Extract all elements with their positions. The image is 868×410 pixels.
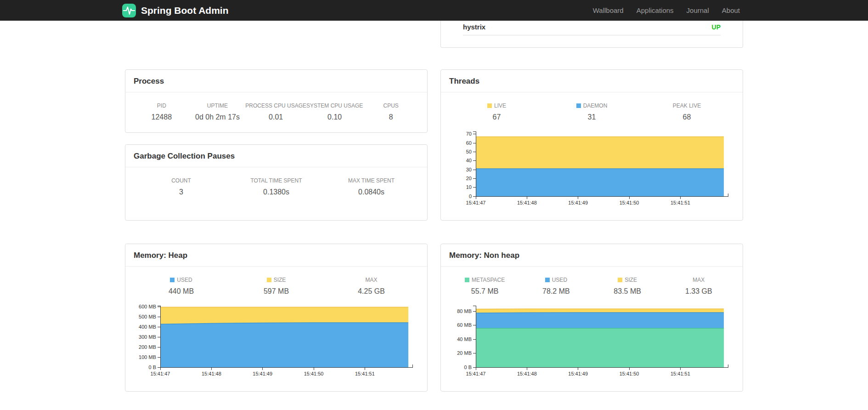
application-name[interactable]: hystrix	[463, 23, 485, 31]
svg-text:15:41:51: 15:41:51	[355, 371, 375, 376]
svg-text:40 MB: 40 MB	[457, 336, 472, 342]
memory-nonheap-card: Memory: Non heap METASPACE 55.7 MB	[440, 244, 743, 392]
memory-nonheap-legend: METASPACE 55.7 MB USED 78.2 MB	[449, 274, 734, 297]
svg-text:15:41:51: 15:41:51	[671, 200, 690, 205]
legend-item-nonheap-used: USED 78.2 MB	[520, 277, 592, 296]
metric-process-cpu-usage: PROCESS CPU USAGE 0.01	[245, 102, 306, 121]
svg-text:15:41:48: 15:41:48	[202, 371, 221, 376]
metric-gc-count: COUNT 3	[134, 177, 229, 196]
metric-cpus: CPUS 8	[363, 102, 419, 121]
svg-text:15:41:49: 15:41:49	[568, 200, 588, 205]
threads-legend: LIVE 67 DAEMON 31 PEAK LIVE	[449, 100, 734, 123]
legend-swatch-daemon	[576, 103, 581, 108]
legend-swatch-nonheap-size	[618, 278, 622, 282]
status-badge: UP	[712, 23, 721, 31]
svg-text:20: 20	[466, 176, 472, 181]
svg-text:600 MB: 600 MB	[139, 304, 156, 309]
memory-nonheap-chart: 0 B20 MB40 MB60 MB80 MB15:41:4715:41:481…	[449, 303, 734, 382]
svg-text:15:41:50: 15:41:50	[620, 200, 639, 205]
svg-text:15:41:49: 15:41:49	[253, 371, 272, 376]
svg-text:500 MB: 500 MB	[139, 314, 156, 319]
legend-item-heap-max: MAX 4.25 GB	[324, 277, 419, 296]
legend-item-peak-live: PEAK LIVE 68	[639, 102, 734, 121]
memory-heap-legend: USED 440 MB SIZE 597 MB MAX	[134, 274, 419, 297]
svg-text:30: 30	[466, 167, 472, 172]
gc-pauses-card-title: Garbage Collection Pauses	[125, 145, 427, 167]
legend-item-daemon: DAEMON 31	[544, 102, 639, 121]
svg-text:400 MB: 400 MB	[139, 324, 156, 330]
svg-text:10: 10	[466, 184, 472, 190]
threads-chart: 01020304050607015:41:4715:41:4815:41:491…	[449, 129, 734, 211]
process-card-title: Process	[125, 70, 427, 92]
legend-item-heap-size: SIZE 597 MB	[229, 277, 324, 296]
navbar: Spring Boot Admin Wallboard Applications…	[0, 0, 868, 21]
svg-text:15:41:47: 15:41:47	[151, 371, 170, 376]
nav-item-about[interactable]: About	[716, 0, 746, 21]
nav-item-journal[interactable]: Journal	[680, 0, 716, 21]
legend-item-heap-used: USED 440 MB	[134, 277, 229, 296]
threads-card-title: Threads	[441, 70, 743, 92]
metric-gc-max-time: MAX TIME SPENT 0.0840s	[324, 177, 419, 196]
gc-metrics: COUNT 3 TOTAL TIME SPENT 0.1380s MAX TIM…	[134, 175, 419, 198]
legend-swatch-heap-used	[170, 278, 175, 282]
legend-swatch-heap-size	[267, 278, 271, 282]
brand[interactable]: Spring Boot Admin	[122, 3, 229, 18]
metric-system-cpu-usage: SYSTEM CPU USAGE 0.10	[306, 102, 363, 121]
process-metrics: PID 12488 UPTIME 0d 0h 2m 17s PROCESS CP…	[134, 100, 419, 123]
svg-text:15:41:50: 15:41:50	[304, 371, 324, 376]
legend-item-live: LIVE 67	[449, 102, 544, 121]
svg-text:15:41:47: 15:41:47	[466, 371, 486, 376]
memory-heap-card: Memory: Heap USED 440 MB	[125, 244, 428, 392]
application-row-hystrix[interactable]: hystrix UP	[463, 21, 721, 35]
svg-text:15:41:48: 15:41:48	[517, 371, 537, 376]
svg-text:15:41:51: 15:41:51	[671, 371, 690, 376]
application-status-card: hystrix UP	[440, 21, 743, 48]
memory-heap-chart: 0 B100 MB200 MB300 MB400 MB500 MB600 MB1…	[134, 303, 419, 382]
svg-text:15:41:47: 15:41:47	[466, 200, 486, 205]
legend-item-nonheap-size: SIZE 83.5 MB	[592, 277, 663, 296]
gc-pauses-card: Garbage Collection Pauses COUNT 3 TOTAL …	[125, 144, 428, 221]
metric-pid: PID 12488	[134, 102, 190, 121]
svg-text:0: 0	[469, 194, 472, 199]
svg-text:200 MB: 200 MB	[139, 344, 156, 350]
svg-text:300 MB: 300 MB	[139, 334, 156, 340]
legend-swatch-metaspace	[465, 278, 469, 282]
svg-text:80 MB: 80 MB	[457, 308, 472, 314]
svg-text:60 MB: 60 MB	[457, 322, 472, 328]
svg-text:0 B: 0 B	[148, 364, 156, 370]
memory-heap-card-title: Memory: Heap	[125, 244, 427, 267]
legend-item-metaspace: METASPACE 55.7 MB	[449, 277, 520, 296]
threads-card: Threads LIVE 67	[440, 69, 743, 221]
legend-item-nonheap-max: MAX 1.33 GB	[663, 277, 734, 296]
svg-text:70: 70	[466, 131, 472, 137]
nav-item-applications[interactable]: Applications	[630, 0, 680, 21]
svg-text:20 MB: 20 MB	[457, 350, 472, 356]
brand-title: Spring Boot Admin	[141, 5, 229, 16]
nav-item-wallboard[interactable]: Wallboard	[586, 0, 630, 21]
legend-swatch-live	[487, 103, 492, 108]
metric-gc-total-time: TOTAL TIME SPENT 0.1380s	[229, 177, 324, 196]
svg-text:100 MB: 100 MB	[139, 354, 156, 360]
svg-text:15:41:49: 15:41:49	[568, 371, 588, 376]
memory-nonheap-card-title: Memory: Non heap	[441, 244, 743, 267]
svg-text:15:41:50: 15:41:50	[620, 371, 639, 376]
legend-swatch-nonheap-used	[545, 278, 550, 282]
svg-text:15:41:48: 15:41:48	[517, 200, 537, 205]
metric-uptime: UPTIME 0d 0h 2m 17s	[190, 102, 246, 121]
svg-text:40: 40	[466, 158, 472, 163]
spring-boot-admin-logo-icon	[122, 3, 136, 18]
svg-text:50: 50	[466, 149, 472, 154]
nav-links: Wallboard Applications Journal About	[586, 0, 746, 21]
svg-text:0 B: 0 B	[464, 364, 472, 370]
svg-text:60: 60	[466, 140, 472, 146]
process-card: Process PID 12488 UPTIME 0d 0h 2m 17s PR…	[125, 69, 428, 133]
left-column-spacer	[125, 21, 428, 48]
